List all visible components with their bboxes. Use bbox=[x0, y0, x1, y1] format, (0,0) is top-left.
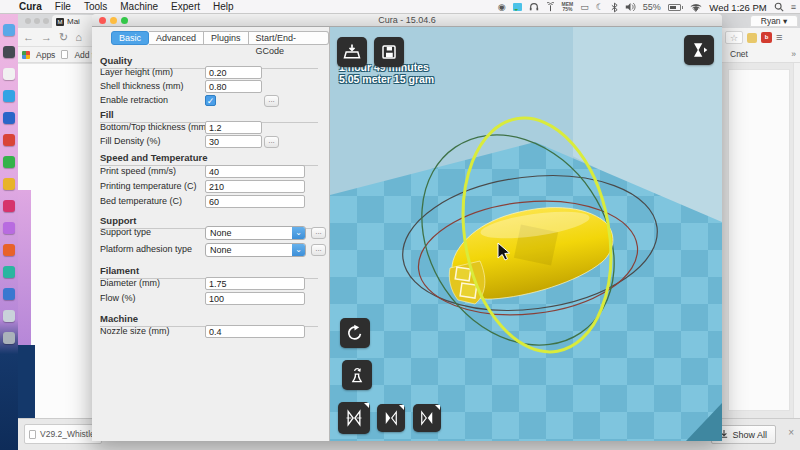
macos-menu-bar: Cura File Tools Machine Expert Help ◉ ME… bbox=[0, 0, 800, 14]
dock-icon-finder[interactable] bbox=[3, 24, 15, 36]
row-bed-temp: Bed temperature (C) 60 bbox=[100, 195, 324, 208]
dock-icon-trash[interactable] bbox=[3, 332, 15, 344]
dock-icon-itunes[interactable] bbox=[3, 222, 15, 234]
retraction-more-button[interactable]: ... bbox=[264, 95, 279, 107]
layer-height-label: Layer height (mm) bbox=[100, 67, 173, 77]
tab-basic[interactable]: Basic bbox=[111, 31, 149, 45]
battery-percentage: 55% bbox=[643, 0, 661, 14]
bottom-top-input[interactable]: 1.2 bbox=[205, 121, 262, 134]
mirror-y-button[interactable] bbox=[377, 404, 405, 432]
enable-retraction-checkbox[interactable]: ✓ bbox=[205, 95, 216, 106]
dock-icon-mail[interactable] bbox=[3, 112, 15, 124]
bookmarks-overflow-icon[interactable]: » bbox=[791, 49, 796, 59]
dock-icon-dark-app[interactable] bbox=[3, 46, 15, 58]
tab-plugins[interactable]: Plugins bbox=[204, 31, 249, 45]
download-item[interactable]: V29.2_Whistle_V bbox=[24, 424, 102, 444]
view-mode-icon bbox=[689, 40, 709, 60]
headphones-icon[interactable] bbox=[529, 2, 539, 12]
cura-title-bar[interactable]: Cura - 15.04.6 bbox=[92, 14, 722, 27]
print-speed-input[interactable]: 40 bbox=[205, 165, 305, 178]
fill-density-more-button[interactable]: ... bbox=[264, 136, 279, 148]
dock-icon-red-app[interactable] bbox=[3, 134, 15, 146]
home-icon[interactable]: ⌂ bbox=[75, 31, 82, 43]
diameter-input[interactable]: 1.75 bbox=[205, 277, 305, 290]
browser-minimize-button[interactable] bbox=[34, 18, 40, 24]
print-material-estimate: 5.05 meter 15 gram bbox=[339, 73, 434, 85]
display-icon[interactable]: ▭ bbox=[580, 0, 589, 14]
support-type-more-button[interactable]: ... bbox=[311, 227, 326, 239]
record-icon[interactable]: ◉ bbox=[498, 0, 506, 14]
forward-icon[interactable]: → bbox=[41, 31, 52, 43]
fill-density-input[interactable]: 30 bbox=[205, 135, 262, 148]
dock-icon-chrome[interactable] bbox=[3, 68, 15, 80]
chat-app-icon[interactable] bbox=[513, 3, 522, 11]
browser-close-button[interactable] bbox=[25, 18, 31, 24]
bookmark-apps[interactable]: Apps bbox=[36, 50, 55, 60]
tab-start-end-gcode[interactable]: Start/End-GCode bbox=[249, 31, 329, 45]
bed-temp-input[interactable]: 60 bbox=[205, 195, 305, 208]
nozzle-size-input[interactable]: 0.4 bbox=[205, 325, 305, 338]
model-whistle[interactable] bbox=[449, 206, 613, 304]
bookmark-cnet[interactable]: Cnet bbox=[730, 49, 748, 59]
mirror-z-button[interactable] bbox=[413, 404, 441, 432]
layer-height-input[interactable]: 0.20 bbox=[205, 66, 262, 79]
rotate-gizmo-and-model bbox=[330, 27, 722, 441]
row-bottom-top: Bottom/Top thickness (mm) 1.2 bbox=[100, 121, 324, 134]
dock-icon-blue-app[interactable] bbox=[3, 288, 15, 300]
extension-icon[interactable] bbox=[747, 33, 757, 43]
volume-icon[interactable] bbox=[625, 2, 636, 12]
reload-icon[interactable]: ↻ bbox=[59, 31, 68, 44]
rotate-icon bbox=[345, 323, 365, 343]
notification-center-icon[interactable]: ≡ bbox=[791, 0, 796, 14]
print-temp-input[interactable]: 210 bbox=[205, 180, 305, 193]
menu-help[interactable]: Help bbox=[213, 0, 234, 14]
view-mode-button[interactable] bbox=[684, 35, 714, 65]
menu-expert[interactable]: Expert bbox=[171, 0, 200, 14]
flow-label: Flow (%) bbox=[100, 293, 136, 303]
wifi-icon[interactable] bbox=[690, 3, 702, 12]
nozzle-size-label: Nozzle size (mm) bbox=[100, 326, 170, 336]
spotlight-search-icon[interactable] bbox=[774, 2, 784, 12]
menu-machine[interactable]: Machine bbox=[120, 0, 158, 14]
tab-advanced[interactable]: Advanced bbox=[149, 31, 204, 45]
dock-icon-messenger[interactable] bbox=[3, 90, 15, 102]
browser-menu-icon[interactable]: ≡ bbox=[776, 32, 782, 43]
menu-clock[interactable]: Wed 1:26 PM bbox=[709, 2, 766, 13]
platform-adhesion-more-button[interactable]: ... bbox=[311, 244, 326, 256]
cura-window-title: Cura - 15.04.6 bbox=[92, 15, 722, 25]
scale-tool-button[interactable] bbox=[342, 360, 372, 390]
dock-icon-folder[interactable] bbox=[3, 310, 15, 322]
dock-icon-orange-app[interactable] bbox=[3, 244, 15, 256]
browser-zoom-button[interactable] bbox=[43, 18, 49, 24]
mirror-tool-button[interactable] bbox=[338, 402, 370, 434]
browser-scrollbar[interactable] bbox=[793, 63, 800, 418]
downloads-close-icon[interactable]: × bbox=[788, 428, 794, 438]
bookmark-star-icon[interactable]: ☆ bbox=[725, 31, 743, 44]
dock-icon-pink-app[interactable] bbox=[3, 200, 15, 212]
rotate-tool-button[interactable] bbox=[340, 318, 370, 348]
menu-file[interactable]: File bbox=[55, 0, 71, 14]
bottom-top-label: Bottom/Top thickness (mm) bbox=[100, 122, 209, 132]
bluetooth-icon[interactable] bbox=[611, 2, 618, 13]
browser-page-right bbox=[722, 63, 800, 418]
cura-3d-viewport[interactable]: 1 hour 49 minutes 5.05 meter 15 gram bbox=[330, 27, 722, 441]
flow-input[interactable]: 100 bbox=[205, 292, 305, 305]
dock-icon-teal-app[interactable] bbox=[3, 266, 15, 278]
profile-button[interactable]: Ryan ▾ bbox=[750, 15, 798, 27]
menu-cura[interactable]: Cura bbox=[19, 0, 42, 14]
menu-tools[interactable]: Tools bbox=[84, 0, 107, 14]
dock-icon-green-app[interactable] bbox=[3, 156, 15, 168]
shell-thickness-input[interactable]: 0.80 bbox=[205, 80, 262, 93]
back-icon[interactable]: ← bbox=[23, 31, 34, 43]
save-toolpath-button[interactable] bbox=[374, 37, 404, 67]
battery-icon[interactable] bbox=[668, 4, 684, 11]
platform-adhesion-select[interactable]: None ⌄ bbox=[205, 243, 306, 257]
moon-icon[interactable]: ☾ bbox=[596, 0, 604, 14]
adblock-icon[interactable]: b bbox=[761, 32, 772, 43]
dock-icon-yellow-app[interactable] bbox=[3, 178, 15, 190]
memory-status[interactable]: MEM75% bbox=[562, 2, 574, 12]
enable-retraction-label: Enable retraction bbox=[100, 95, 168, 105]
support-type-select[interactable]: None ⌄ bbox=[205, 226, 306, 240]
antenna-icon[interactable] bbox=[546, 2, 555, 12]
load-model-button[interactable] bbox=[337, 37, 367, 67]
